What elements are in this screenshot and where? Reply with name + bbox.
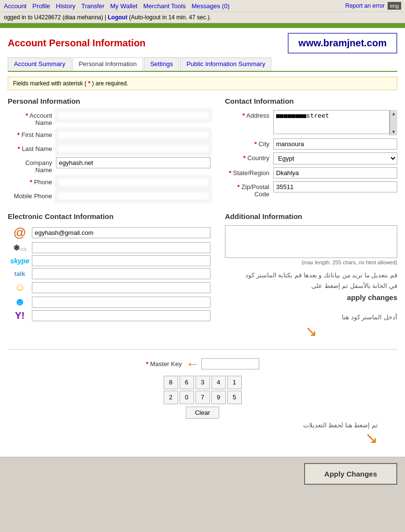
numpad-btn-5[interactable]: 5 (227, 391, 242, 404)
elec-input-aim-wrap (32, 282, 210, 293)
top-bar-right: Report an error eng (345, 2, 401, 10)
yahoo-input[interactable] (32, 310, 210, 321)
email-input[interactable]: egyhash@gmail.com (32, 227, 210, 238)
address-scrollbar[interactable]: ▲ ▼ (390, 110, 397, 136)
logout-link[interactable]: Logout (108, 14, 127, 21)
talk-icon: talk (8, 270, 32, 277)
mobile-input[interactable] (56, 191, 210, 202)
numpad-btn-0[interactable]: 0 (180, 391, 194, 404)
address-input[interactable]: ■■■■■■■■street (273, 110, 390, 134)
additional-info-input[interactable] (225, 225, 397, 258)
numpad-btn-8[interactable]: 8 (164, 376, 178, 389)
input-state-wrap: Dkahlya (273, 167, 397, 178)
aim-input[interactable] (32, 282, 210, 293)
label-state: * State/Region (225, 167, 273, 177)
contact-info-header: Contact Information (225, 97, 397, 105)
tab-account-summary[interactable]: Account Summary (8, 57, 71, 71)
first-name-input[interactable] (56, 129, 210, 140)
login-bar: ogged in to U4228672 (diaa mehanna) | Lo… (0, 12, 405, 23)
msn-icon: ☻ (8, 296, 32, 308)
elec-row-yahoo: Y! (8, 310, 210, 321)
numpad-row-1: 8 6 3 4 1 (164, 376, 242, 389)
nav-mywallet[interactable]: My Wallet (110, 2, 138, 10)
arabic-instruction: قم بتعديل ما تريد من بياناتك و بعدها قم … (225, 270, 397, 304)
elec-input-msn-wrap (32, 297, 210, 308)
nav-history[interactable]: History (56, 2, 75, 10)
company-name-input[interactable]: egyhash.net (56, 157, 210, 168)
form-row-address: * Address ■■■■■■■■street ▲ ▼ (225, 110, 397, 136)
phone-input[interactable] (56, 177, 210, 188)
master-key-input[interactable] (201, 358, 259, 369)
msn-input[interactable] (32, 297, 210, 308)
autologout-detail: (Auto-logout in 14 min. 47 sec.). (129, 14, 211, 21)
input-first-name-wrap (56, 129, 210, 140)
city-input[interactable]: mansoura (273, 138, 397, 150)
tab-public-info[interactable]: Public Information Summary (180, 57, 271, 71)
nav-account[interactable]: Account (4, 2, 27, 10)
numpad-btn-7[interactable]: 7 (196, 391, 210, 404)
nav-merchant[interactable]: Merchant Tools (143, 2, 186, 10)
skype-input[interactable] (32, 255, 210, 266)
input-account-name-wrap (56, 110, 210, 121)
numpad-btn-1[interactable]: 1 (227, 376, 242, 389)
icq-input[interactable] (32, 242, 210, 253)
main-content: Account Personal Information www.bramjne… (0, 28, 405, 457)
arabic-note-bottom: ثم إضغط هنا لحفظ التعديلات (8, 422, 378, 429)
arrow-down-apply: ↘ (8, 429, 378, 447)
numpad-btn-2[interactable]: 2 (164, 391, 178, 404)
master-key-input-wrap: ← (186, 356, 259, 372)
form-row-phone: * Phone (8, 177, 210, 188)
green-bar (0, 23, 405, 28)
form-row-country: * Country Egypt (225, 152, 397, 164)
page-title: Account Personal Information (8, 38, 146, 49)
country-select[interactable]: Egypt (273, 152, 397, 164)
elec-input-talk-wrap (32, 268, 210, 279)
electronic-info-header: Electronic Contact Information (8, 212, 210, 220)
talk-input[interactable] (32, 268, 210, 279)
notice-text-after: ) are required. (92, 80, 128, 87)
numpad-btn-9[interactable]: 9 (211, 391, 226, 404)
master-key-label: * Master Key (146, 360, 182, 368)
apply-bold-text: apply changes (225, 291, 397, 304)
master-key-section: * Master Key ← 8 6 3 4 1 2 0 7 9 5 (8, 349, 397, 447)
arrow-right-masterkey: ← (186, 356, 199, 372)
label-mobile: Mobile Phone (8, 191, 56, 200)
state-input[interactable]: Dkahlya (273, 167, 397, 178)
notice-star: * (88, 80, 90, 87)
col-personal-info: Personal Information * AccountName * Fir… (8, 97, 210, 205)
numpad-btn-3[interactable]: 3 (196, 376, 210, 389)
login-text: ogged in to U4228672 (diaa mehanna) | (4, 14, 108, 21)
email-icon: @ (8, 225, 32, 240)
clear-button[interactable]: Clear (186, 407, 219, 419)
arrow-down-masterkey: ↘ (225, 323, 397, 340)
two-col-bottom: Electronic Contact Information @ egyhash… (8, 212, 397, 340)
input-phone-wrap (56, 177, 210, 188)
tab-settings[interactable]: Settings (144, 57, 179, 71)
elec-row-skype: skype (8, 255, 210, 266)
page-title-area: Account Personal Information www.bramjne… (8, 33, 397, 54)
site-logo: www.bramjnet.com (288, 33, 397, 54)
form-row-mobile: Mobile Phone (8, 191, 210, 202)
tab-personal-information[interactable]: Personal Information (72, 57, 143, 71)
nav-profile[interactable]: Profile (32, 2, 50, 10)
input-mobile-wrap (56, 191, 210, 202)
label-last-name: * Last Name (8, 143, 56, 152)
two-col-main: Personal Information * AccountName * Fir… (8, 97, 397, 205)
apply-changes-button[interactable]: Apply Changes (304, 463, 397, 485)
notice-text-before: Fields marked with asterisk ( (13, 80, 86, 87)
input-city-wrap: mansoura (273, 138, 397, 150)
numpad-btn-4[interactable]: 4 (211, 376, 226, 389)
input-zip-wrap: 35511 (273, 181, 397, 192)
numpad-btn-6[interactable]: 6 (180, 376, 194, 389)
elec-input-yahoo-wrap (32, 310, 210, 321)
lang-button[interactable]: eng (388, 2, 401, 10)
form-row-zip: * Zip/Postal Code 35511 (225, 181, 397, 198)
account-name-input[interactable] (56, 110, 210, 121)
last-name-input[interactable] (56, 143, 210, 154)
nav-messages[interactable]: Messages (0) (192, 2, 230, 10)
zip-input[interactable]: 35511 (273, 181, 397, 192)
arabic-note-bottom-wrap: ثم إضغط هنا لحفظ التعديلات ↘ (8, 422, 397, 447)
nav-transfer[interactable]: Transfer (81, 2, 104, 10)
aim-icon: ☺ (8, 281, 32, 294)
report-error-link[interactable]: Report an error (345, 2, 384, 9)
